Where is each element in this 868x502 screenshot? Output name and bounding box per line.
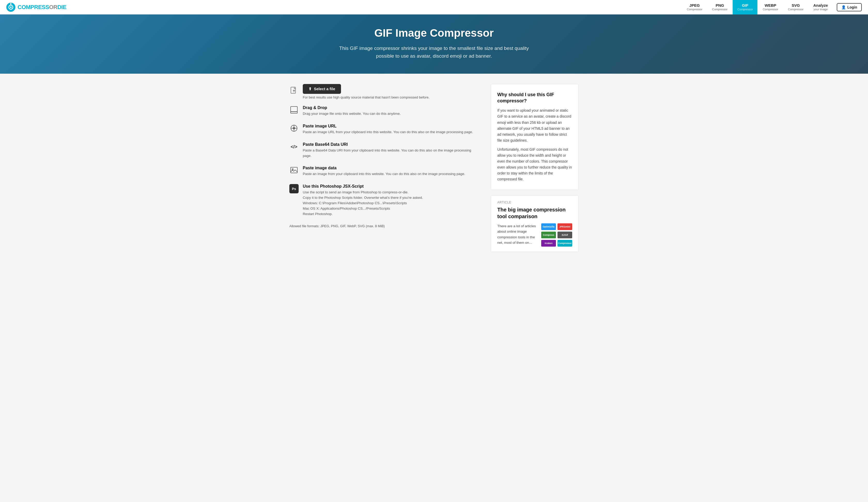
logo-icon [6, 2, 16, 12]
logo-part2: OR [49, 4, 57, 10]
upload-file-icon [289, 87, 299, 97]
article-body: There are a lot of articles about online… [497, 223, 572, 247]
logo[interactable]: COMPRESSORDIE [6, 2, 66, 12]
svg-point-13 [292, 169, 293, 170]
svg-text:</>: </> [291, 144, 297, 149]
drag-drop-title: Drag & Drop [303, 106, 401, 110]
svg-rect-6 [291, 107, 297, 112]
main-content: ⬆ Select a file For best results use hig… [284, 74, 584, 262]
features-list: Drag & Drop Drag your image file onto th… [289, 106, 475, 217]
nav-item-svg[interactable]: SVGCompressor [783, 0, 808, 14]
photoshop-icon: Ps [289, 184, 299, 193]
why-body2: Unfortunately, most GIF compressors do n… [497, 147, 572, 182]
nav-item-webp[interactable]: WEBPCompressor [758, 0, 783, 14]
select-file-button[interactable]: ⬆ Select a file [303, 84, 341, 94]
feature-item-paste-url: Paste image URL Paste an image URL from … [289, 124, 475, 135]
nav-item-analyze[interactable]: Analyzeyour image [809, 0, 833, 14]
select-file-area: ⬆ Select a file For best results use hig… [303, 84, 429, 99]
select-file-hint: For best results use high quality source… [303, 96, 429, 99]
login-button[interactable]: 👤 Login [837, 3, 862, 11]
logo-badge-kraken: Kraken [541, 240, 556, 247]
right-column: Why should I use this GIF compressor? If… [491, 84, 579, 252]
svg-rect-3 [10, 3, 11, 5]
logo-badge-ezgif: EZGif [557, 232, 572, 238]
hero-title: GIF Image Compressor [6, 27, 862, 39]
paste-image-desc: Paste an image from your clipboard into … [303, 171, 465, 177]
photoshop-content: Use this Photoshop JSX-Script Use the sc… [303, 184, 423, 217]
nav-item-jpeg[interactable]: JPEGCompressor [682, 0, 707, 14]
article-text: There are a lot of articles about online… [497, 223, 538, 247]
upload-area: ⬆ Select a file For best results use hig… [289, 84, 475, 99]
paste-url-title: Paste image URL [303, 124, 473, 129]
hero-description: This GIF image compressor shrinks your i… [336, 44, 532, 60]
logo-badge-compressor: Compressor [557, 240, 572, 247]
paste-base64-desc: Paste a Base64 Data URI from your clipbo… [303, 148, 475, 159]
main-nav: JPEGCompressorPNGCompressorGIFCompressor… [682, 0, 833, 14]
article-card: Article The big image compression tool c… [491, 195, 579, 252]
login-label: Login [847, 5, 857, 9]
paste-url-content: Paste image URL Paste an image URL from … [303, 124, 473, 135]
photoshop-title: Use this Photoshop JSX-Script [303, 184, 423, 189]
paste-image-title: Paste image data [303, 166, 465, 170]
svg-rect-12 [291, 167, 297, 173]
svg-point-2 [10, 7, 12, 8]
logo-badge-jpegmini: JPEGmini [557, 223, 572, 230]
feature-item-photoshop: Ps Use this Photoshop JSX-Script Use the… [289, 184, 475, 217]
logo-part1: COMPRESS [18, 4, 49, 10]
left-column: ⬆ Select a file For best results use hig… [289, 84, 491, 252]
article-title: The big image compression tool compariso… [497, 206, 572, 220]
paste-url-desc: Paste an image URL from your clipboard i… [303, 130, 473, 135]
feature-item-paste-image: Paste image data Paste an image from you… [289, 166, 475, 177]
paste-image-content: Paste image data Paste an image from you… [303, 166, 465, 177]
paste-base64-title: Paste Base64 Data URI [303, 142, 475, 147]
paste-base64-icon: </> [289, 143, 299, 152]
article-logos: OptimizillaJPEGminiCompressEZGifKrakenCo… [541, 223, 572, 247]
allowed-formats: Allowed file formats: JPEG, PNG, GIF, We… [289, 224, 475, 228]
upload-arrow-icon: ⬆ [309, 87, 312, 91]
drag-drop-content: Drag & Drop Drag your image file onto th… [303, 106, 401, 117]
svg-rect-4 [291, 87, 296, 93]
article-label: Article [497, 201, 572, 204]
logo-part3: DIE [57, 4, 66, 10]
nav-item-gif[interactable]: GIFCompressor [733, 0, 757, 14]
hero-section: GIF Image Compressor This GIF image comp… [0, 14, 868, 74]
photoshop-desc: Use the script to send an image from Pho… [303, 190, 423, 217]
svg-rect-7 [291, 112, 297, 113]
why-body1: If you want to upload your animated or s… [497, 108, 572, 143]
feature-item-drag-drop: Drag & Drop Drag your image file onto th… [289, 106, 475, 117]
nav-item-png[interactable]: PNGCompressor [707, 0, 732, 14]
drag-drop-icon [289, 106, 299, 115]
login-icon: 👤 [841, 5, 846, 9]
why-card: Why should I use this GIF compressor? If… [491, 84, 579, 190]
logo-badge-optimizilla: Optimizilla [541, 223, 556, 230]
header: COMPRESSORDIE JPEGCompressorPNGCompresso… [0, 0, 868, 14]
logo-text: COMPRESSORDIE [18, 4, 66, 11]
select-file-label: Select a file [314, 87, 335, 91]
paste-image-icon [289, 166, 299, 175]
paste-url-icon [289, 124, 299, 134]
drag-drop-desc: Drag your image file onto this website. … [303, 111, 401, 117]
why-title: Why should I use this GIF compressor? [497, 91, 572, 104]
paste-base64-content: Paste Base64 Data URI Paste a Base64 Dat… [303, 142, 475, 159]
feature-item-paste-base64: </> Paste Base64 Data URI Paste a Base64… [289, 142, 475, 159]
logo-badge-compress: Compress [541, 232, 556, 238]
